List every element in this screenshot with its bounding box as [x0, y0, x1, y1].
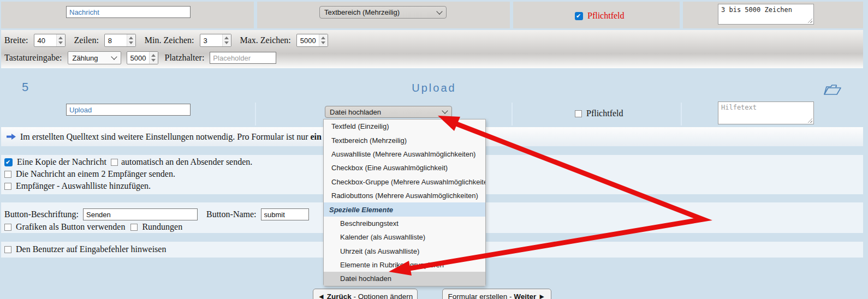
auto-send-label: automatisch an den Absender senden.: [121, 157, 252, 167]
copy-option-row: Eine Kopie der Nachricht automatisch an …: [4, 157, 252, 167]
chevron-down-icon: [436, 8, 442, 14]
dropdown-option[interactable]: Elemente in Rubriken gruppieren: [324, 258, 485, 272]
dropdown-option[interactable]: Checkbox (Eine Auswahlmöglichkeit): [324, 161, 485, 175]
element-type-select[interactable]: Textbereich (Mehrzeilig): [319, 6, 447, 19]
dropdown-option[interactable]: Textbereich (Mehrzeilig): [324, 133, 485, 147]
element-name-input[interactable]: [66, 6, 191, 18]
second-recipient-row: Die Nachricht an einem 2 Empfänger sende…: [4, 169, 175, 179]
error-hint-row: Den Benutzer auf Eingabefehler hinweisen: [4, 244, 166, 254]
recipient-list-row: Empfänger - Auswahlliste hinzufügen.: [4, 181, 151, 191]
tastatureingabe-label: Tastatureingabe:: [4, 53, 62, 63]
rundungen-checkbox[interactable]: [130, 224, 138, 231]
column-divider: [512, 103, 513, 125]
breite-stepper[interactable]: 40: [34, 34, 66, 47]
column-divider: [255, 103, 256, 125]
recipient-list-checkbox[interactable]: [4, 183, 11, 190]
back-button[interactable]: ◄ Zurück - Optionen ändern: [313, 289, 418, 299]
upload-type-select[interactable]: Datei hochladen: [325, 106, 452, 118]
platzhalter-input[interactable]: [210, 52, 276, 64]
recipient-list-label: Empfänger - Auswahlliste hinzufügen.: [16, 181, 151, 191]
button-name-label: Button-Name:: [206, 210, 257, 219]
stepper-arrows-icon[interactable]: [127, 34, 135, 46]
next-button[interactable]: Formular erstellen - Weiter ►: [442, 289, 551, 299]
upload-required-label: Pflichtfeld: [586, 109, 623, 118]
chevron-down-icon: [442, 107, 448, 113]
required-checkbox-row: Pflichtfeld: [575, 11, 625, 21]
error-hint-label: Den Benutzer auf Eingabefehler hinweisen: [16, 244, 166, 254]
chevron-down-icon: [111, 53, 117, 59]
stepper-arrows-icon[interactable]: [319, 34, 328, 46]
stepper-arrows-icon[interactable]: [222, 34, 231, 46]
stepper-arrows-icon[interactable]: [149, 52, 158, 64]
max-zeichen-stepper[interactable]: 5000: [296, 34, 328, 47]
dropdown-option[interactable]: Checkbox-Gruppe (Mehrere Auswahlmöglichk…: [324, 175, 485, 189]
help-textarea[interactable]: 3 bis 5000 Zeichen: [718, 4, 814, 25]
grafik-button-checkbox[interactable]: [4, 224, 11, 231]
form-builder-page: Textbereich (Mehrzeilig) Pflichtfeld 3 b…: [0, 0, 868, 299]
element-type-dropdown-list: Textfeld (Einzeilig)Textbereich (Mehrzei…: [323, 119, 486, 286]
rundungen-label: Rundungen: [142, 222, 182, 232]
upload-help-textarea[interactable]: [718, 101, 814, 124]
zeilen-stepper[interactable]: 8: [104, 34, 136, 47]
column-divider: [681, 103, 682, 125]
copy-label: Eine Kopie der Nachricht: [17, 157, 106, 167]
dropdown-option[interactable]: Textfeld (Einzeilig): [324, 119, 485, 133]
copy-checkbox[interactable]: [4, 158, 13, 166]
min-zeichen-stepper[interactable]: 3: [200, 34, 231, 47]
note-arrow-icon: [7, 134, 16, 140]
upload-required-row: Pflichtfeld: [575, 109, 623, 118]
dropdown-option[interactable]: Datei hochladen: [324, 272, 485, 285]
required-checkbox[interactable]: [575, 12, 583, 20]
dropdown-option[interactable]: Radiobuttons (Mehrere Auswahlmöglichkeit…: [324, 189, 485, 202]
dropdown-option[interactable]: Beschreibungstext: [324, 217, 485, 230]
button-settings-line: Button-Beschriftung: Button-Name:: [4, 208, 309, 220]
dropdown-option[interactable]: Auswahlliste (Mehrere Auswahlmöglichkeit…: [324, 147, 485, 161]
button-beschriftung-label: Button-Beschriftung:: [4, 210, 79, 219]
settings-line-1: Breite: 40 Zeilen: 8 Min. Zeichen: 3 Max…: [4, 34, 328, 47]
folder-icon[interactable]: [822, 82, 844, 97]
settings-line-2: Tastatureingabe: Zählung 5000 Platzhalte…: [4, 51, 276, 64]
second-recipient-label: Die Nachricht an einem 2 Empfänger sende…: [16, 169, 175, 179]
error-hint-checkbox[interactable]: [4, 246, 11, 253]
hint-text: Im erstellten Quelltext sind weitere Ein…: [20, 132, 329, 142]
platzhalter-label: Platzhalter:: [165, 53, 205, 63]
tastatur-stepper[interactable]: 5000: [127, 51, 158, 64]
button-options-row: Grafiken als Button verwenden Rundungen: [4, 222, 182, 232]
second-recipient-checkbox[interactable]: [4, 171, 11, 178]
max-zeichen-label: Max. Zeichen:: [240, 35, 291, 45]
button-name-input[interactable]: [261, 208, 309, 220]
upload-required-checkbox[interactable]: [575, 110, 582, 117]
dropdown-option[interactable]: Uhrzeit (als Auswahlliste): [324, 244, 485, 258]
required-label: Pflichtfeld: [587, 11, 625, 21]
upload-name-input[interactable]: [66, 104, 191, 116]
button-beschriftung-input[interactable]: [83, 208, 198, 220]
stepper-arrows-icon[interactable]: [56, 34, 65, 46]
grafik-button-label: Grafiken als Button verwenden: [16, 222, 125, 232]
element-type-select-value: Textbereich (Mehrzeilig): [324, 8, 400, 16]
dropdown-group-header: Spezielle Elemente: [324, 202, 485, 216]
section-title: Upload: [0, 82, 868, 94]
dropdown-option[interactable]: Kalender (als Auswahlliste): [324, 230, 485, 244]
auto-send-checkbox[interactable]: [111, 159, 118, 166]
min-zeichen-label: Min. Zeichen:: [145, 35, 194, 45]
upload-type-select-value: Datei hochladen: [330, 108, 381, 116]
breite-label: Breite:: [4, 35, 28, 45]
zeilen-label: Zeilen:: [74, 35, 99, 45]
tastatureingabe-select[interactable]: Zählung: [68, 51, 121, 64]
